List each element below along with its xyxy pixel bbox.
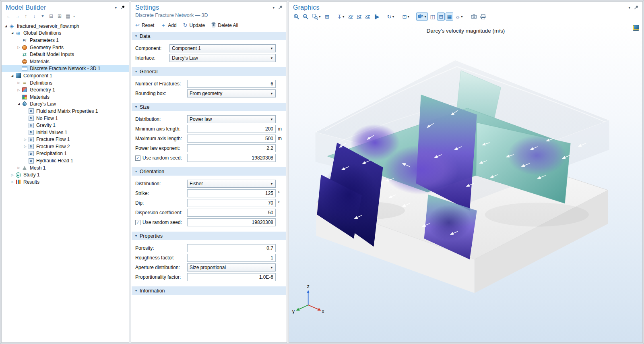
panel-menu-icon[interactable]: ▾	[115, 6, 117, 10]
previous-node-icon[interactable]: ←	[5, 12, 13, 20]
view-menu-icon[interactable]: ⊡▼	[401, 12, 411, 21]
tree-item-darcys-law[interactable]: ◢Darcy's Law	[2, 101, 129, 108]
component-dropdown[interactable]: Component 1▼	[169, 44, 276, 52]
expand-arrow[interactable]: ▷	[23, 138, 28, 141]
tree-item-initial-values[interactable]: Initial Values 1	[2, 129, 129, 136]
porosity-field[interactable]	[187, 244, 276, 252]
move-down-icon[interactable]: ↓	[30, 12, 38, 20]
go-to-xz-view-icon[interactable]: xz	[364, 12, 372, 21]
orientation-random-seed-field[interactable]	[187, 218, 276, 226]
go-to-yz-view-icon[interactable]: yz	[355, 12, 363, 21]
next-node-icon[interactable]: →	[13, 12, 21, 20]
orientation-distribution-dropdown[interactable]: Fisher▼	[187, 180, 276, 188]
expand-arrow[interactable]: ▷	[16, 166, 21, 170]
aperture-distribution-dropdown[interactable]: Size proportional▼	[187, 263, 276, 271]
section-header-data[interactable]: ▾Data	[132, 32, 286, 40]
go-to-view-icon[interactable]: ↧▼	[336, 12, 346, 21]
show-all-icon[interactable]: ▼	[39, 12, 47, 20]
number-of-fractures-field[interactable]	[187, 80, 276, 88]
tree-item-root[interactable]: ◢fractured_reservoir_flow.mph	[2, 23, 129, 30]
size-distribution-dropdown[interactable]: Power law▼	[187, 115, 276, 123]
expand-arrow[interactable]: ◢	[10, 74, 15, 77]
size-random-seed-field[interactable]	[187, 154, 276, 162]
tree-item-materials-global[interactable]: Materials	[2, 58, 129, 65]
tree-item-materials-component[interactable]: Materials	[2, 93, 129, 101]
power-law-exponent-field[interactable]	[187, 144, 276, 152]
pin-icon[interactable]	[120, 4, 125, 11]
expand-arrow[interactable]: ▷	[10, 173, 15, 177]
expand-arrow[interactable]: ◢	[10, 31, 15, 35]
dispersion-coefficient-field[interactable]	[187, 209, 276, 217]
interface-dropdown[interactable]: Darcy's Law▼	[169, 54, 276, 62]
scene-light-icon[interactable]: ▼	[416, 12, 428, 21]
toolbar-menu-icon[interactable]: ▾	[72, 15, 76, 18]
tree-item-no-flow[interactable]: No Flow 1	[2, 115, 129, 122]
panel-menu-icon[interactable]: ▾	[628, 6, 630, 10]
zoom-out-icon[interactable]	[301, 12, 310, 21]
pin-icon[interactable]	[634, 4, 638, 11]
use-random-seed-checkbox[interactable]: ✓	[135, 155, 140, 161]
section-header-size[interactable]: ▾Size	[132, 103, 286, 111]
tree-item-geometry-parts[interactable]: ▷Geometry Parts	[2, 44, 129, 51]
section-header-orientation[interactable]: ▾Orientation	[132, 167, 286, 176]
show-grid-icon[interactable]: ▦	[446, 12, 453, 21]
delete-all-button[interactable]: Delete All	[211, 22, 238, 28]
reset-button[interactable]: ↩Reset	[135, 23, 154, 28]
tree-item-geometry-1[interactable]: ▷Geometry 1	[2, 86, 129, 93]
expand-arrow[interactable]: ▷	[16, 88, 21, 92]
pin-icon[interactable]	[278, 4, 283, 11]
proportionality-factor-field[interactable]	[187, 273, 276, 281]
section-header-properties[interactable]: ▾Properties	[132, 232, 286, 240]
zoom-in-icon[interactable]	[292, 12, 301, 21]
tree-item-fracture-flow-1[interactable]: ▷Fracture Flow 1	[2, 136, 129, 143]
min-axis-length-field[interactable]	[187, 125, 276, 133]
zoom-extents-icon[interactable]: ⊞	[323, 12, 331, 21]
expand-arrow[interactable]: ◢	[3, 25, 8, 28]
section-header-general[interactable]: ▾General	[132, 67, 286, 76]
select-transparency-icon[interactable]: ◫	[429, 12, 436, 21]
tree-item-results[interactable]: ▷Results	[2, 178, 129, 186]
print-icon[interactable]	[479, 12, 487, 21]
move-up-icon[interactable]: ↑	[22, 12, 30, 20]
bounding-box-dropdown[interactable]: From geometry▼	[187, 89, 276, 97]
update-button[interactable]: ↻Update	[183, 23, 205, 28]
max-axis-length-field[interactable]	[187, 135, 276, 143]
expand-arrow[interactable]: ▷	[10, 180, 15, 184]
collapse-all-icon[interactable]: ⊟	[47, 12, 55, 20]
tree-item-study[interactable]: ▷Study 1	[2, 171, 129, 178]
tree-item-definitions[interactable]: ▷Definitions	[2, 79, 129, 87]
add-button[interactable]: ＋Add	[161, 23, 176, 28]
split-view-icon[interactable]: ⊟	[437, 12, 445, 21]
tree-item-precipitation[interactable]: Precipitation 1	[2, 150, 129, 157]
expand-all-icon[interactable]: ⊞	[56, 12, 64, 20]
graphics-canvas[interactable]: Darcy's velocity magnitude (m/s)	[289, 23, 642, 342]
tree-item-fluid-matrix-properties[interactable]: Fluid and Matrix Properties 1	[2, 108, 129, 115]
tree-item-global-definitions[interactable]: ◢Global Definitions	[2, 30, 129, 37]
reset-current-view-icon[interactable]: ↻▼	[386, 12, 396, 21]
expand-arrow[interactable]: ◢	[16, 102, 21, 106]
node-sections-icon[interactable]: ▤	[64, 12, 72, 20]
first-person-navigation-icon[interactable]: ▐▶	[372, 12, 381, 21]
tree-item-hydraulic-head[interactable]: Hydraulic Head 1	[2, 157, 129, 164]
tree-item-gravity[interactable]: Gravity 1	[2, 122, 129, 129]
roughness-factor-field[interactable]	[187, 254, 276, 262]
zoom-box-icon[interactable]: ▼	[311, 12, 322, 21]
settings-header: Settings ▾	[131, 2, 287, 12]
use-random-seed-checkbox[interactable]: ✓	[135, 220, 140, 225]
tree-item-component-1[interactable]: ◢Component 1	[2, 72, 129, 79]
expand-arrow[interactable]: ▷	[16, 46, 21, 49]
expand-arrow[interactable]: ▷	[23, 145, 28, 148]
tree-item-fracture-flow-2[interactable]: ▷Fracture Flow 2	[2, 143, 129, 150]
panel-menu-icon[interactable]: ▾	[272, 6, 275, 10]
environment-reflections-icon[interactable]: ☼▼	[454, 12, 464, 21]
go-to-xy-view-icon[interactable]: xy	[347, 12, 355, 21]
section-header-information[interactable]: ▾Information	[132, 286, 286, 295]
tree-item-parameters[interactable]: Parameters 1	[2, 37, 129, 44]
expand-arrow[interactable]: ▷	[16, 81, 21, 85]
strike-field[interactable]	[187, 189, 276, 197]
dip-field[interactable]	[187, 199, 276, 207]
tree-item-default-model-inputs[interactable]: Default Model Inputs	[2, 51, 129, 58]
image-snapshot-icon[interactable]	[470, 12, 478, 21]
tree-item-mesh[interactable]: ▷Mesh 1	[2, 164, 129, 172]
tree-item-discrete-fracture-network[interactable]: Discrete Fracture Network - 3D 1	[2, 65, 129, 73]
